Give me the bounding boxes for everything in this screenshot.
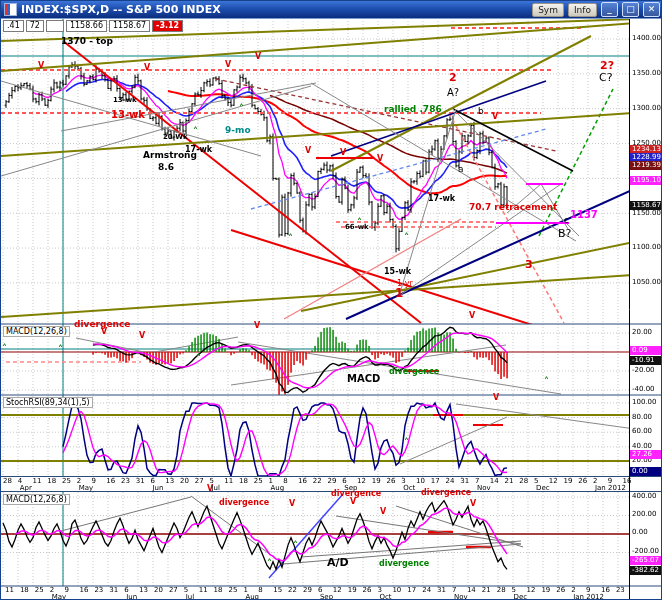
- quote-row: .41721158.661158.67-3.12: [3, 20, 183, 32]
- stoch-panel-label: StochRSI(89,34(1),5): [3, 397, 93, 408]
- info-button[interactable]: Info: [568, 3, 597, 17]
- quote-field-1: 72: [26, 20, 44, 32]
- quote-field-4: 1158.67: [109, 20, 150, 32]
- quote-field-2: [46, 20, 64, 32]
- sym-button[interactable]: Sym: [532, 3, 564, 17]
- app-icon: [4, 3, 17, 16]
- chart-canvas[interactable]: [1, 1, 662, 600]
- quote-field-0: .41: [3, 20, 24, 32]
- close-button[interactable]: ✕: [643, 2, 660, 17]
- ad-panel-label: MACD(12,26,8): [3, 494, 70, 505]
- maximize-button[interactable]: □: [622, 2, 639, 17]
- minimize-button[interactable]: _: [601, 2, 618, 17]
- quote-change: -3.12: [152, 20, 183, 32]
- macd-panel-label: MACD(12,26,8): [3, 326, 70, 337]
- chart-window: INDEX:$SPX,D -- S&P 500 INDEX Sym Info _…: [0, 0, 662, 600]
- quote-field-3: 1158.66: [66, 20, 107, 32]
- title-bar[interactable]: INDEX:$SPX,D -- S&P 500 INDEX Sym Info _…: [1, 1, 662, 18]
- window-title: INDEX:$SPX,D -- S&P 500 INDEX: [21, 3, 528, 16]
